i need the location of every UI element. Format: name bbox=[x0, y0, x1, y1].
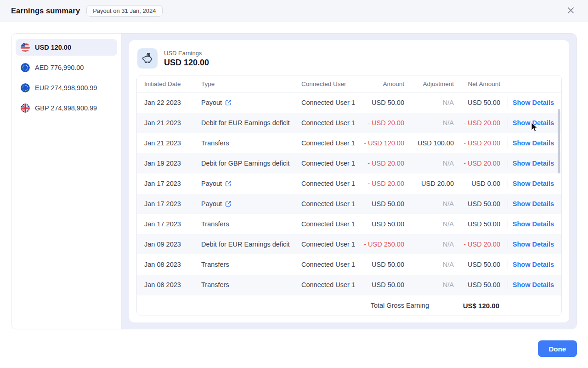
table-row: Jan 21 2023 Transfers Connected User 1 -… bbox=[137, 133, 561, 153]
amount-cell: - USD 120.00 bbox=[361, 139, 404, 147]
external-link-icon[interactable] bbox=[225, 99, 232, 106]
adjustment-cell: N/A bbox=[404, 261, 454, 268]
net-amount-cell: - USD 20.00 bbox=[454, 160, 500, 167]
show-details-link[interactable]: Show Details bbox=[513, 119, 554, 126]
us-flag-icon bbox=[21, 43, 30, 52]
net-amount-cell: USD 50.00 bbox=[454, 281, 500, 288]
table-row: Jan 17 2023 Payout Connected User 1 USD … bbox=[137, 194, 561, 214]
table-row: Jan 17 2023 Transfers Connected User 1 U… bbox=[137, 214, 561, 234]
net-amount-cell: USD 50.00 bbox=[454, 261, 500, 268]
type-cell: Payout bbox=[201, 200, 301, 207]
show-details-link[interactable]: Show Details bbox=[513, 139, 554, 147]
row-divider bbox=[508, 159, 508, 168]
currency-sidebar: USD 120.00 AED 776,990.00 EUR 274,998,90… bbox=[11, 34, 122, 329]
type-cell: Debit for EUR Earnings deficit bbox=[201, 241, 301, 248]
connected-user-cell: Connected User 1 bbox=[301, 241, 361, 248]
type-cell: Transfers bbox=[201, 220, 301, 228]
connected-user-cell: Connected User 1 bbox=[301, 99, 361, 106]
amount-cell: - USD 20.00 bbox=[361, 119, 404, 126]
col-adjustment: Adjustment bbox=[404, 80, 454, 87]
external-link-icon[interactable] bbox=[225, 201, 232, 207]
table-row: Jan 21 2023 Debit for EUR Earnings defic… bbox=[137, 113, 561, 133]
connected-user-cell: Connected User 1 bbox=[301, 119, 361, 126]
initiated-date-cell: Jan 22 2023 bbox=[137, 99, 201, 106]
initiated-date-cell: Jan 21 2023 bbox=[137, 119, 201, 126]
table-footer-row: Total Gross Earning US$ 120.00 bbox=[137, 295, 561, 316]
initiated-date-cell: Jan 19 2023 bbox=[137, 160, 201, 167]
connected-user-cell: Connected User 1 bbox=[301, 261, 361, 268]
payout-date-badge: Payout on 31 Jan, 2024 bbox=[86, 5, 162, 17]
amount-cell: USD 50.00 bbox=[361, 99, 404, 106]
adjustment-cell: N/A bbox=[404, 241, 454, 248]
sidebar-item-aed[interactable]: AED 776,990.00 bbox=[16, 59, 117, 76]
initiated-date-cell: Jan 08 2023 bbox=[137, 281, 201, 288]
initiated-date-cell: Jan 17 2023 bbox=[137, 220, 201, 228]
show-details-link[interactable]: Show Details bbox=[513, 200, 554, 207]
row-divider bbox=[508, 118, 508, 127]
show-details-link[interactable]: Show Details bbox=[513, 261, 554, 268]
net-amount-cell: USD 50.00 bbox=[454, 220, 500, 228]
earnings-card-header: USD Earnings USD 120.00 bbox=[137, 48, 562, 69]
col-amount: Amount bbox=[361, 80, 404, 87]
col-net-amount: Net Amount bbox=[454, 80, 500, 87]
total-gross-earning-value: US$ 120.00 bbox=[453, 302, 499, 310]
table-scrollbar-thumb[interactable] bbox=[558, 109, 560, 173]
earnings-panel: USD 120.00 AED 776,990.00 EUR 274,998,90… bbox=[11, 33, 577, 329]
type-cell: Debit for EUR Earnings deficit bbox=[201, 119, 301, 126]
external-link-icon[interactable] bbox=[225, 180, 232, 187]
show-details-link[interactable]: Show Details bbox=[513, 241, 554, 248]
sidebar-item-eur[interactable]: EUR 274,998,900.99 bbox=[16, 80, 117, 96]
adjustment-cell: N/A bbox=[404, 160, 454, 167]
net-amount-cell: - USD 20.00 bbox=[454, 139, 500, 147]
table-row: Jan 22 2023 Payout Connected User 1 USD … bbox=[137, 92, 561, 113]
amount-cell: USD 50.00 bbox=[361, 200, 404, 207]
connected-user-cell: Connected User 1 bbox=[301, 160, 361, 167]
type-cell: Payout bbox=[201, 180, 301, 187]
net-amount-cell: USD 0.00 bbox=[454, 180, 500, 187]
adjustment-cell: N/A bbox=[404, 99, 454, 106]
row-divider bbox=[508, 199, 508, 208]
col-initiated-date: Initiated Date bbox=[137, 80, 201, 87]
initiated-date-cell: Jan 09 2023 bbox=[137, 241, 201, 248]
amount-cell: - USD 20.00 bbox=[361, 160, 404, 167]
total-gross-earning-label: Total Gross Earning bbox=[137, 302, 429, 309]
show-details-link[interactable]: Show Details bbox=[513, 180, 554, 187]
earnings-label: USD Earnings bbox=[164, 50, 209, 57]
sidebar-item-usd[interactable]: USD 120.00 bbox=[16, 39, 117, 56]
initiated-date-cell: Jan 08 2023 bbox=[137, 261, 201, 268]
row-divider bbox=[508, 240, 508, 249]
table-row: Jan 17 2023 Payout Connected User 1 - US… bbox=[137, 173, 561, 194]
adjustment-cell: N/A bbox=[404, 220, 454, 228]
net-amount-cell: USD 50.00 bbox=[454, 99, 500, 106]
amount-cell: - USD 20.00 bbox=[361, 180, 404, 187]
table-row: Jan 19 2023 Debit for GBP Earnings defic… bbox=[137, 153, 561, 173]
connected-user-cell: Connected User 1 bbox=[301, 180, 361, 187]
amount-cell: USD 50.00 bbox=[361, 261, 404, 268]
net-amount-cell: USD 50.00 bbox=[454, 200, 500, 207]
col-type: Type bbox=[201, 80, 301, 87]
sidebar-item-gbp[interactable]: GBP 274,998,900.99 bbox=[16, 100, 117, 116]
show-details-link[interactable]: Show Details bbox=[513, 220, 554, 228]
type-cell: Transfers bbox=[201, 261, 301, 268]
row-divider bbox=[508, 138, 508, 148]
show-details-link[interactable]: Show Details bbox=[513, 160, 554, 167]
show-details-link[interactable]: Show Details bbox=[513, 281, 554, 288]
done-button[interactable]: Done bbox=[538, 340, 577, 357]
initiated-date-cell: Jan 17 2023 bbox=[137, 200, 201, 207]
net-amount-cell: - USD 20.00 bbox=[454, 119, 500, 126]
type-cell: Debit for GBP Earnings deficit bbox=[201, 160, 301, 167]
initiated-date-cell: Jan 17 2023 bbox=[137, 180, 201, 187]
amount-cell: USD 50.00 bbox=[361, 220, 404, 228]
table-row: Jan 08 2023 Transfers Connected User 1 U… bbox=[137, 275, 561, 295]
connected-user-cell: Connected User 1 bbox=[301, 281, 361, 288]
amount-cell: - USD 250.00 bbox=[361, 241, 404, 248]
amount-cell: USD 50.00 bbox=[361, 281, 404, 288]
show-details-link[interactable]: Show Details bbox=[513, 99, 554, 106]
adjustment-cell: N/A bbox=[404, 119, 454, 126]
table-row: Jan 08 2023 Transfers Connected User 1 U… bbox=[137, 254, 561, 275]
main-area: USD Earnings USD 120.00 Initiated Date T… bbox=[122, 34, 577, 329]
row-divider bbox=[508, 260, 508, 269]
table-body: Jan 22 2023 Payout Connected User 1 USD … bbox=[137, 92, 561, 295]
col-connected-user: Connected User bbox=[301, 80, 361, 87]
close-button[interactable] bbox=[564, 5, 577, 17]
